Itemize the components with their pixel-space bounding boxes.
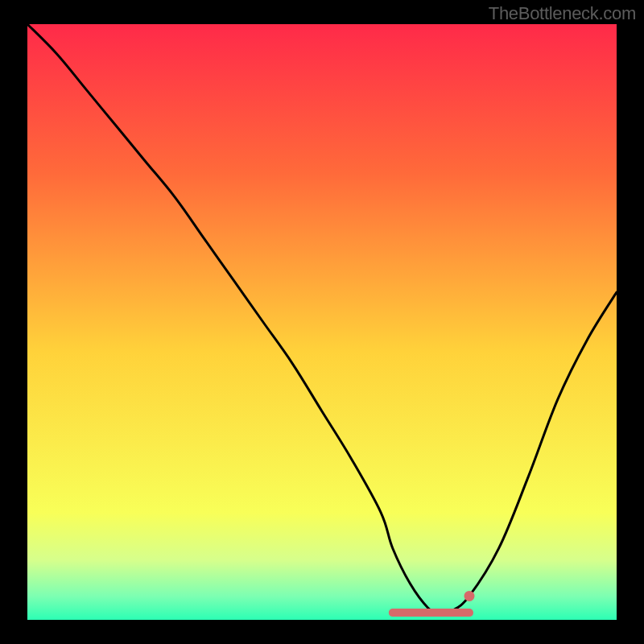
bottleneck-chart — [0, 0, 644, 644]
chart-container: TheBottleneck.com — [0, 0, 644, 644]
optimal-point-marker — [464, 591, 475, 601]
plot-background — [27, 24, 617, 620]
watermark-text: TheBottleneck.com — [489, 3, 636, 24]
